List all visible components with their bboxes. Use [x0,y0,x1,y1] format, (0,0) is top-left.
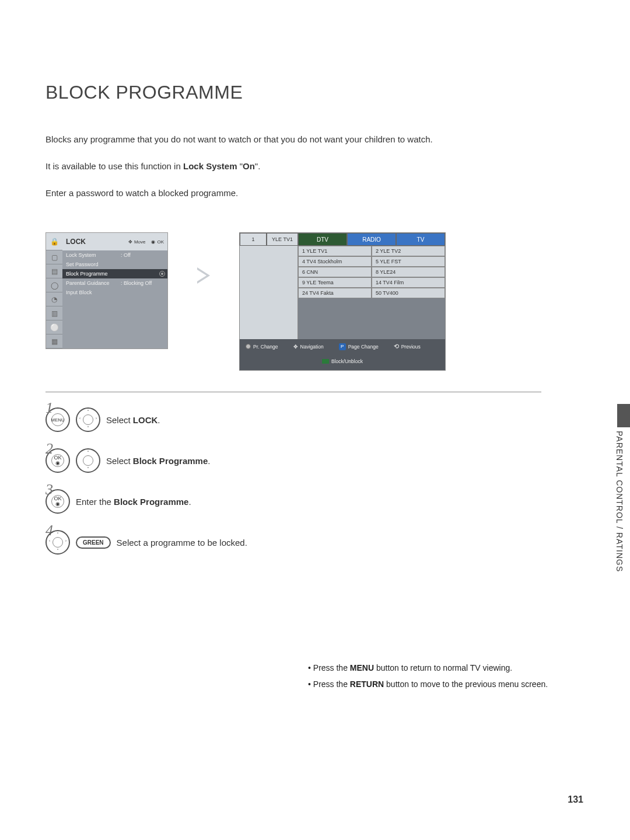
time-icon: ◯ [46,278,62,292]
step-3: 3 OK◉ Enter the Block Programme. [46,489,582,514]
network-icon: ▥ [46,306,62,320]
step-text: Select Block Programme. [106,456,210,466]
ch-name: YLE TV1 [267,233,298,246]
hint-ok: ◉ OK [151,239,164,245]
tab-radio: RADIO [347,233,396,246]
step-1: 1 MENU ˄˅˂˃ Select LOCK. [46,407,582,432]
arrow-right-icon [197,267,210,284]
step-4: 4 ˄˅˂˃ GREEN Select a programme to be lo… [46,530,582,555]
option-icon: ◔ [46,292,62,306]
tab-tv: TV [396,233,445,246]
ch-cell: 6 CNN [298,267,372,277]
ch-number: 1 [240,233,267,246]
lock-osd: 🔒 ▢ ▤ ◯ ◔ ▥ ⚪ ▦ LOCK ✥ Move ◉ OK Lock Sy… [46,232,168,349]
ch-cell: 24 TV4 Fakta [298,288,372,298]
bluetooth-icon: ⚪ [46,320,62,334]
step-text: Select a programme to be locked. [117,538,247,548]
intro-line-3: Enter a password to watch a blocked prog… [46,186,582,200]
ch-cell: 8 YLE24 [372,267,445,277]
ch-cell: 5 YLE FST [372,256,445,267]
lock-row: Lock System: Off [62,250,167,260]
lock-row: Input Block [62,288,167,297]
step-2: 2 OK◉ ˄˅ Select Block Programme. [46,448,582,473]
game-icon: ▦ [46,334,62,348]
ch-cell: 14 TV4 Film [372,277,445,288]
note-2: Press the RETURN button to move to the p… [308,676,548,692]
green-button-icon: GREEN [76,536,111,549]
divider [46,392,541,392]
ch-cell: 50 TV400 [372,288,445,298]
lock-row-selected: Block Programme [62,269,167,278]
hint-move: ✥ Move [128,239,146,245]
lock-row: Parental Guidance: Blocking Off [62,278,167,288]
lock-icon: 🔒 [46,233,62,250]
page-number: 131 [568,794,583,805]
ch-cell: 2 YLE TV2 [372,246,445,256]
foot-change: Pr. Change [246,344,278,350]
ch-cell: 4 TV4 Stockholm [298,256,372,267]
ch-cell: 9 YLE Teema [298,277,372,288]
foot-prev: ⟲Previous [394,343,421,350]
note-1: Press the MENU button to return to norma… [308,660,548,676]
foot-nav: ✥ Navigation [293,344,324,350]
audio-icon: ▤ [46,264,62,278]
nav-button-icon: ˄˅˂˃ [76,407,100,432]
nav-button-icon: ˄˅ [76,448,100,473]
intro-line-2: It is available to use this function in … [46,159,582,173]
picture-icon: ▢ [46,250,62,264]
side-tab-mark [617,404,630,427]
foot-block: Block/Unblock [246,358,439,364]
tab-dtv: DTV [298,233,347,246]
step-text: Select LOCK. [106,415,160,425]
nav-button-icon: ˄˅˂˃ [46,530,70,555]
foot-page: PPage Change [339,343,379,350]
intro-line-1: Blocks any programme that you do not wan… [46,133,582,147]
section-tab: PARENTAL CONTROL / RATINGS [615,431,624,572]
page-title: BLOCK PROGRAMME [46,82,582,103]
ok-dot-icon [159,271,165,277]
lock-row: Set Password [62,260,167,269]
channel-osd: 1 YLE TV1 DTV RADIO TV 1 YLE TV1 4 TV4 S… [239,232,446,371]
step-text: Enter the Block Programme. [76,497,191,507]
lock-title: LOCK [66,238,123,246]
ch-cell: 1 YLE TV1 [298,246,372,256]
